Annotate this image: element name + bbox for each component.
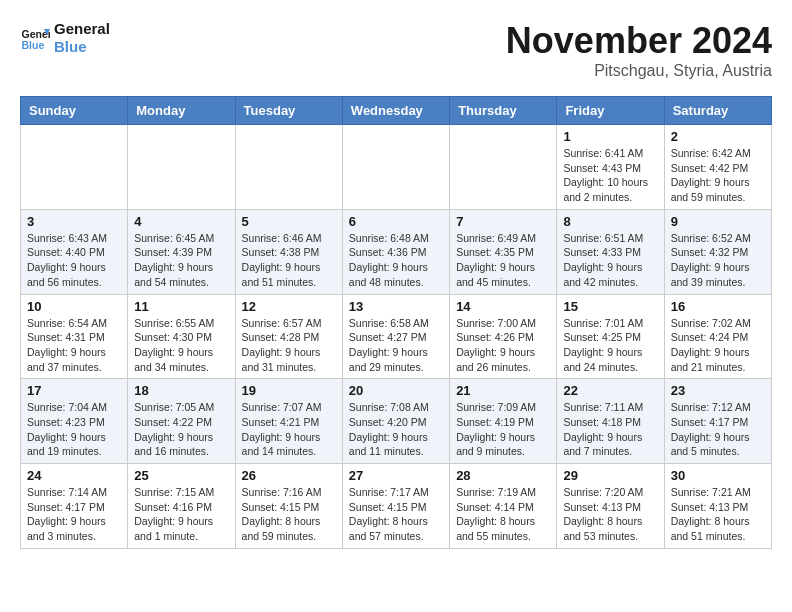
weekday-header: Thursday	[450, 97, 557, 125]
calendar-cell: 3Sunrise: 6:43 AM Sunset: 4:40 PM Daylig…	[21, 209, 128, 294]
day-info: Sunrise: 6:41 AM Sunset: 4:43 PM Dayligh…	[563, 146, 657, 205]
day-info: Sunrise: 7:09 AM Sunset: 4:19 PM Dayligh…	[456, 400, 550, 459]
day-info: Sunrise: 7:04 AM Sunset: 4:23 PM Dayligh…	[27, 400, 121, 459]
day-number: 13	[349, 299, 443, 314]
weekday-header: Tuesday	[235, 97, 342, 125]
day-info: Sunrise: 6:54 AM Sunset: 4:31 PM Dayligh…	[27, 316, 121, 375]
calendar-cell: 10Sunrise: 6:54 AM Sunset: 4:31 PM Dayli…	[21, 294, 128, 379]
weekday-header: Saturday	[664, 97, 771, 125]
day-number: 23	[671, 383, 765, 398]
logo-text-general: General	[54, 20, 110, 38]
day-info: Sunrise: 6:46 AM Sunset: 4:38 PM Dayligh…	[242, 231, 336, 290]
day-number: 6	[349, 214, 443, 229]
day-number: 20	[349, 383, 443, 398]
calendar-cell: 15Sunrise: 7:01 AM Sunset: 4:25 PM Dayli…	[557, 294, 664, 379]
calendar-cell: 20Sunrise: 7:08 AM Sunset: 4:20 PM Dayli…	[342, 379, 449, 464]
day-number: 4	[134, 214, 228, 229]
day-info: Sunrise: 7:05 AM Sunset: 4:22 PM Dayligh…	[134, 400, 228, 459]
calendar-cell: 12Sunrise: 6:57 AM Sunset: 4:28 PM Dayli…	[235, 294, 342, 379]
calendar-table: SundayMondayTuesdayWednesdayThursdayFrid…	[20, 96, 772, 549]
calendar-cell: 18Sunrise: 7:05 AM Sunset: 4:22 PM Dayli…	[128, 379, 235, 464]
day-info: Sunrise: 6:51 AM Sunset: 4:33 PM Dayligh…	[563, 231, 657, 290]
day-info: Sunrise: 6:42 AM Sunset: 4:42 PM Dayligh…	[671, 146, 765, 205]
title-section: November 2024 Pitschgau, Styria, Austria	[506, 20, 772, 80]
calendar-cell: 11Sunrise: 6:55 AM Sunset: 4:30 PM Dayli…	[128, 294, 235, 379]
calendar-cell: 17Sunrise: 7:04 AM Sunset: 4:23 PM Dayli…	[21, 379, 128, 464]
day-info: Sunrise: 7:02 AM Sunset: 4:24 PM Dayligh…	[671, 316, 765, 375]
calendar-cell: 4Sunrise: 6:45 AM Sunset: 4:39 PM Daylig…	[128, 209, 235, 294]
calendar-week-row: 3Sunrise: 6:43 AM Sunset: 4:40 PM Daylig…	[21, 209, 772, 294]
calendar-cell: 26Sunrise: 7:16 AM Sunset: 4:15 PM Dayli…	[235, 464, 342, 549]
day-info: Sunrise: 7:14 AM Sunset: 4:17 PM Dayligh…	[27, 485, 121, 544]
day-info: Sunrise: 7:07 AM Sunset: 4:21 PM Dayligh…	[242, 400, 336, 459]
day-number: 19	[242, 383, 336, 398]
calendar-cell: 9Sunrise: 6:52 AM Sunset: 4:32 PM Daylig…	[664, 209, 771, 294]
day-info: Sunrise: 7:01 AM Sunset: 4:25 PM Dayligh…	[563, 316, 657, 375]
day-number: 26	[242, 468, 336, 483]
day-number: 18	[134, 383, 228, 398]
calendar-cell: 22Sunrise: 7:11 AM Sunset: 4:18 PM Dayli…	[557, 379, 664, 464]
weekday-header: Friday	[557, 97, 664, 125]
day-number: 22	[563, 383, 657, 398]
day-info: Sunrise: 7:19 AM Sunset: 4:14 PM Dayligh…	[456, 485, 550, 544]
day-number: 30	[671, 468, 765, 483]
day-info: Sunrise: 7:17 AM Sunset: 4:15 PM Dayligh…	[349, 485, 443, 544]
calendar-cell: 30Sunrise: 7:21 AM Sunset: 4:13 PM Dayli…	[664, 464, 771, 549]
day-number: 25	[134, 468, 228, 483]
day-number: 7	[456, 214, 550, 229]
day-number: 12	[242, 299, 336, 314]
calendar-cell: 29Sunrise: 7:20 AM Sunset: 4:13 PM Dayli…	[557, 464, 664, 549]
weekday-header: Monday	[128, 97, 235, 125]
day-info: Sunrise: 6:48 AM Sunset: 4:36 PM Dayligh…	[349, 231, 443, 290]
calendar-cell: 21Sunrise: 7:09 AM Sunset: 4:19 PM Dayli…	[450, 379, 557, 464]
day-number: 1	[563, 129, 657, 144]
location-subtitle: Pitschgau, Styria, Austria	[506, 62, 772, 80]
day-number: 3	[27, 214, 121, 229]
day-number: 8	[563, 214, 657, 229]
calendar-week-row: 1Sunrise: 6:41 AM Sunset: 4:43 PM Daylig…	[21, 125, 772, 210]
calendar-cell: 25Sunrise: 7:15 AM Sunset: 4:16 PM Dayli…	[128, 464, 235, 549]
calendar-cell: 16Sunrise: 7:02 AM Sunset: 4:24 PM Dayli…	[664, 294, 771, 379]
calendar-cell	[21, 125, 128, 210]
calendar-cell: 14Sunrise: 7:00 AM Sunset: 4:26 PM Dayli…	[450, 294, 557, 379]
calendar-cell	[342, 125, 449, 210]
calendar-cell: 28Sunrise: 7:19 AM Sunset: 4:14 PM Dayli…	[450, 464, 557, 549]
day-info: Sunrise: 7:08 AM Sunset: 4:20 PM Dayligh…	[349, 400, 443, 459]
logo: General Blue General Blue	[20, 20, 110, 56]
day-info: Sunrise: 6:49 AM Sunset: 4:35 PM Dayligh…	[456, 231, 550, 290]
calendar-cell: 27Sunrise: 7:17 AM Sunset: 4:15 PM Dayli…	[342, 464, 449, 549]
calendar-cell: 5Sunrise: 6:46 AM Sunset: 4:38 PM Daylig…	[235, 209, 342, 294]
day-number: 21	[456, 383, 550, 398]
day-info: Sunrise: 7:12 AM Sunset: 4:17 PM Dayligh…	[671, 400, 765, 459]
day-number: 9	[671, 214, 765, 229]
day-info: Sunrise: 7:21 AM Sunset: 4:13 PM Dayligh…	[671, 485, 765, 544]
day-number: 2	[671, 129, 765, 144]
logo-icon: General Blue	[20, 23, 50, 53]
day-number: 27	[349, 468, 443, 483]
day-number: 16	[671, 299, 765, 314]
day-info: Sunrise: 6:43 AM Sunset: 4:40 PM Dayligh…	[27, 231, 121, 290]
calendar-cell: 24Sunrise: 7:14 AM Sunset: 4:17 PM Dayli…	[21, 464, 128, 549]
calendar-cell	[128, 125, 235, 210]
day-info: Sunrise: 7:15 AM Sunset: 4:16 PM Dayligh…	[134, 485, 228, 544]
weekday-header-row: SundayMondayTuesdayWednesdayThursdayFrid…	[21, 97, 772, 125]
calendar-cell: 1Sunrise: 6:41 AM Sunset: 4:43 PM Daylig…	[557, 125, 664, 210]
calendar-cell: 6Sunrise: 6:48 AM Sunset: 4:36 PM Daylig…	[342, 209, 449, 294]
day-number: 5	[242, 214, 336, 229]
day-info: Sunrise: 6:52 AM Sunset: 4:32 PM Dayligh…	[671, 231, 765, 290]
calendar-week-row: 17Sunrise: 7:04 AM Sunset: 4:23 PM Dayli…	[21, 379, 772, 464]
day-number: 10	[27, 299, 121, 314]
day-number: 24	[27, 468, 121, 483]
calendar-cell: 2Sunrise: 6:42 AM Sunset: 4:42 PM Daylig…	[664, 125, 771, 210]
day-number: 29	[563, 468, 657, 483]
calendar-cell: 7Sunrise: 6:49 AM Sunset: 4:35 PM Daylig…	[450, 209, 557, 294]
day-info: Sunrise: 7:20 AM Sunset: 4:13 PM Dayligh…	[563, 485, 657, 544]
day-number: 11	[134, 299, 228, 314]
day-number: 28	[456, 468, 550, 483]
calendar-cell: 8Sunrise: 6:51 AM Sunset: 4:33 PM Daylig…	[557, 209, 664, 294]
weekday-header: Sunday	[21, 97, 128, 125]
calendar-cell	[235, 125, 342, 210]
calendar-cell: 23Sunrise: 7:12 AM Sunset: 4:17 PM Dayli…	[664, 379, 771, 464]
month-year-title: November 2024	[506, 20, 772, 62]
day-number: 17	[27, 383, 121, 398]
